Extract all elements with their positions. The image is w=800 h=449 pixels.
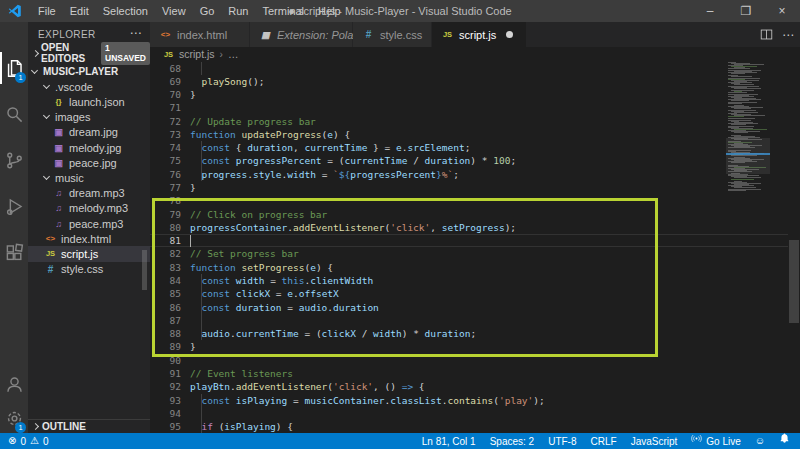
line-number[interactable]: 70 <box>150 88 181 101</box>
audio-file-icon: ♫ <box>52 203 65 213</box>
code-line-77[interactable]: } <box>190 181 800 194</box>
line-number[interactable]: 75 <box>150 154 181 167</box>
tree-item-dream-jpg[interactable]: ▣dream.jpg <box>28 125 150 140</box>
unsaved-dot-icon[interactable] <box>506 31 513 38</box>
tree-item-label: .vscode <box>55 81 93 93</box>
activitybar-run-debug-icon[interactable] <box>0 186 28 226</box>
code-line-71[interactable] <box>190 101 800 114</box>
status-indentation[interactable]: Spaces: 2 <box>490 436 534 447</box>
status-cursor-position[interactable]: Ln 81, Col 1 <box>422 436 476 447</box>
breadcrumb-separator: › <box>220 49 223 60</box>
activitybar-extensions-icon[interactable] <box>0 232 28 272</box>
status-errors[interactable]: ⊗0 <box>8 433 26 449</box>
explorer-more-actions-icon[interactable]: ⋯ <box>130 26 142 40</box>
tree-item-melody-jpg[interactable]: ▣melody.jpg <box>28 140 150 155</box>
explorer-title: EXPLORER <box>38 29 96 40</box>
bell-icon <box>779 433 790 449</box>
code-line-68[interactable] <box>190 62 800 75</box>
code-line-91[interactable]: // Event listeners <box>190 367 800 380</box>
sidebar-scrollbar[interactable] <box>142 250 147 290</box>
code-line-74[interactable]: const { duration, currentTime } = e.srcE… <box>190 141 800 154</box>
editor-more-actions-icon[interactable]: ⋯ <box>782 28 794 42</box>
minimize-button[interactable]: – <box>692 0 728 22</box>
tree-item--vscode[interactable]: .vscode <box>28 79 150 94</box>
menu-item-view[interactable]: View <box>155 0 193 22</box>
activitybar-explorer-icon[interactable]: 1 <box>0 48 28 88</box>
editor-scrollbar[interactable] <box>789 240 799 323</box>
code-line-69[interactable]: playSong(); <box>190 75 800 88</box>
tree-item-images[interactable]: images <box>28 110 150 125</box>
tab-extension-polacode[interactable]: ▦Extension: Polacode <box>250 22 353 47</box>
tree-item-music[interactable]: music <box>28 170 150 185</box>
menu-item-edit[interactable]: Edit <box>63 0 96 22</box>
status-language[interactable]: JavaScript <box>631 436 678 447</box>
css-file-icon: # <box>362 29 375 40</box>
chevron-right-icon <box>32 423 39 430</box>
line-number[interactable]: 68 <box>150 62 181 75</box>
menu-item-go[interactable]: Go <box>193 0 222 22</box>
restore-button[interactable]: ❐ <box>728 0 764 22</box>
code-line-76[interactable]: progress.style.width = `${progressPercen… <box>190 168 800 181</box>
activitybar-source-control-icon[interactable] <box>0 140 28 180</box>
line-number[interactable]: 72 <box>150 115 181 128</box>
line-number[interactable]: 94 <box>150 407 181 420</box>
code-line-70[interactable]: } <box>190 88 800 101</box>
menu-item-file[interactable]: File <box>31 0 63 22</box>
tree-item-peace-jpg[interactable]: ▣peace.jpg <box>28 155 150 170</box>
line-number[interactable]: 77 <box>150 181 181 194</box>
tree-item-peace-mp3[interactable]: ♫peace.mp3 <box>28 216 150 231</box>
split-editor-icon[interactable] <box>760 28 773 41</box>
tab-label: script.js <box>459 29 496 41</box>
tree-item-dream-mp3[interactable]: ♫dream.mp3 <box>28 186 150 201</box>
line-number[interactable]: 71 <box>150 101 181 114</box>
menu-item-run[interactable]: Run <box>221 0 255 22</box>
line-number[interactable]: 74 <box>150 141 181 154</box>
status-notifications[interactable] <box>779 433 790 449</box>
badge: 1 <box>15 422 26 433</box>
line-number[interactable]: 76 <box>150 168 181 181</box>
smiley-icon: ☺ <box>755 433 765 449</box>
tab-script-js[interactable]: JSscript.js <box>432 22 527 47</box>
tree-item-style-css[interactable]: #style.css <box>28 262 150 277</box>
code-line-72[interactable]: // Update progress bar <box>190 115 800 128</box>
tree-item-launch-json[interactable]: {}launch.json <box>28 94 150 109</box>
code-line-92[interactable]: playBtn.addEventListener('click', () => … <box>190 380 800 393</box>
activitybar-settings-icon[interactable]: 1 <box>0 398 28 438</box>
menu-item-selection[interactable]: Selection <box>96 0 155 22</box>
status-eol[interactable]: CRLF <box>591 436 617 447</box>
code-line-93[interactable]: const isPlaying = musicContainer.classLi… <box>190 394 800 407</box>
html-file-icon: <> <box>159 30 172 39</box>
line-number[interactable]: 73 <box>150 128 181 141</box>
tab-index-html[interactable]: <>index.html <box>150 22 250 47</box>
close-button[interactable]: × <box>764 0 800 22</box>
code-line-95[interactable]: if (isPlaying) { <box>190 420 800 433</box>
status-feedback[interactable]: ☺ <box>755 433 765 449</box>
tree-item-script-js[interactable]: JSscript.js <box>28 246 150 261</box>
minimap[interactable] <box>726 62 770 434</box>
status-go-live[interactable]: Go Live <box>691 433 740 449</box>
line-number[interactable]: 69 <box>150 75 181 88</box>
activitybar-search-icon[interactable] <box>0 94 28 134</box>
line-number[interactable]: 91 <box>150 367 181 380</box>
status-label: 0 <box>43 436 49 447</box>
breadcrumb-symbol[interactable]: … <box>228 48 239 60</box>
outline-section[interactable]: OUTLINE <box>28 419 150 433</box>
line-number[interactable]: 93 <box>150 394 181 407</box>
image-file-icon: ▣ <box>52 158 65 168</box>
tree-item-index-html[interactable]: <>index.html <box>28 231 150 246</box>
minimap-viewport[interactable] <box>726 138 770 174</box>
open-editors-section[interactable]: OPEN EDITORS 1 UNSAVED <box>28 44 150 62</box>
tree-item-melody-mp3[interactable]: ♫melody.mp3 <box>28 201 150 216</box>
code-line-73[interactable]: function updateProgress(e) { <box>190 128 800 141</box>
status-warnings[interactable]: ⚠0 <box>30 433 49 449</box>
tab-style-css[interactable]: #style.css <box>353 22 432 47</box>
code-line-75[interactable]: const progressPercent = (currentTime / d… <box>190 154 800 167</box>
status-encoding[interactable]: UTF-8 <box>548 436 576 447</box>
breadcrumb-file[interactable]: script.js <box>179 48 215 60</box>
line-number[interactable]: 92 <box>150 380 181 393</box>
tree-item-music-player[interactable]: MUSIC-PLAYER <box>28 64 150 79</box>
tree-item-label: images <box>55 111 90 123</box>
annotation-highlight-box <box>152 198 658 357</box>
code-line-94[interactable] <box>190 407 800 420</box>
line-number[interactable]: 95 <box>150 420 181 433</box>
